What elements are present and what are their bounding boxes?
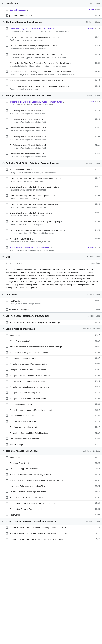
- section-header-introduction[interactable]: Introduction 2 lectures • 2min: [0, 0, 102, 7]
- lecture-item-8-10[interactable]: Final Words 01:08: [0, 512, 102, 518]
- lecture-item-7-19[interactable]: Your Next Steps 03:27: [0, 442, 102, 447]
- section-header-next-steps[interactable]: Your Next Steps - Upgrade Your Knowledge…: [0, 312, 102, 320]
- lecture-item-7-2[interactable]: 3 Real-World Steps to Implement the Valu…: [0, 344, 102, 350]
- section-header-right-mindset[interactable]: The Right Mindset is the Key to Your Suc…: [0, 92, 102, 99]
- lecture-item-8-0[interactable]: Introduction 02:22: [0, 455, 102, 460]
- lecture-item-0-0[interactable]: Course Introduction▲ Preview01:24: [0, 7, 102, 13]
- play-icon: [6, 502, 8, 504]
- lecture-item-3-7[interactable]: Taking Advantage of the Dollar-Cost Aver…: [0, 228, 102, 236]
- lecture-right-7-8: 01:48: [95, 380, 100, 382]
- lecture-title-row-7-7: Principle 3: Seek Out Businesses with Lo…: [10, 374, 100, 377]
- lecture-item-7-4[interactable]: Understanding Margin of Safety 02:07: [0, 356, 102, 361]
- section-right-mindset: The Right Mindset is the Key to Your Suc…: [0, 92, 102, 160]
- lecture-item-2-6[interactable]: The Winning Investor Mindset - Belief No…: [0, 151, 102, 160]
- lecture-item-7-3[interactable]: Price Is What You Pay, Value Is What You…: [0, 350, 102, 356]
- lecture-item-7-11[interactable]: Principle 7: Know When to Sell Your Stoc…: [0, 396, 102, 402]
- section-header-conclusion[interactable]: Conclusion 2 lectures • 1min: [0, 291, 102, 298]
- lecture-subtitle-3-0: What you need to know before making your…: [10, 172, 100, 174]
- section-header-quiz[interactable]: Quiz 0 lectures • 0min: [0, 254, 102, 260]
- section-title-introduction: Introduction: [6, 2, 18, 5]
- lecture-item-1-4[interactable]: What Makes the Stock Price Fluctuate - E…: [0, 60, 102, 69]
- lecture-content-7-7: Principle 3: Seek Out Businesses with Lo…: [10, 374, 100, 377]
- lecture-item-7-13[interactable]: Why a Company's Economic Moat is So Impo…: [0, 407, 102, 413]
- lecture-item-5-0[interactable]: Final Words▲ 05:05 Thank you so much for…: [0, 298, 102, 307]
- lecture-item-5-1[interactable]: Express Your Thoughts! 1 page: [0, 307, 102, 312]
- lecture-item-7-15[interactable]: The Benefits of the Network Effect 02:20: [0, 419, 102, 424]
- lecture-item-7-6[interactable]: Principle 2: Invest in a Cash-Rich Busin…: [0, 367, 102, 373]
- lecture-title-row-8-5: How to Use Relative Strength Index (RSI)…: [10, 485, 100, 488]
- preview-link-1-0[interactable]: Preview: [88, 27, 94, 30]
- lecture-item-1-7[interactable]: Fundamental Analysis or Technical Analys…: [0, 84, 102, 92]
- lecture-item-7-9[interactable]: Principle 5: Avoiding Losses is the Firs…: [0, 384, 102, 390]
- lecture-item-3-3[interactable]: Crucial Stock Picking Rule No.3 - Earnin…: [0, 193, 102, 202]
- lecture-item-3-9[interactable]: How to Build Your Low-Risk Investment Po…: [0, 245, 102, 253]
- lecture-item-1-5[interactable]: For International Investors - Why Should…: [0, 69, 102, 78]
- lecture-item-3-1[interactable]: Crucial Stock Picking Rule No.1 - Price …: [0, 176, 102, 184]
- lecture-right-7-17: 02:19: [95, 432, 100, 434]
- lecture-item-7-0[interactable]: Introduction 01:47: [0, 332, 102, 338]
- lecture-duration-2-1: 02:16: [95, 109, 100, 112]
- lecture-item-1-2[interactable]: How Do I Actually Make Money Owning Stoc…: [0, 43, 102, 52]
- preview-link-0-0[interactable]: Preview: [88, 9, 94, 11]
- preview-link-2-0[interactable]: Preview: [88, 100, 94, 103]
- lecture-item-8-2[interactable]: How to Use Support & Resistance 10:43: [0, 466, 102, 472]
- lecture-item-3-4[interactable]: Crucial Stock Picking Rule No.4 - Price-…: [0, 202, 102, 210]
- lecture-item-7-16[interactable]: The Possession of Unique Assets 02:42: [0, 424, 102, 430]
- lecture-item-7-5[interactable]: Principle 1: Understand What You Are Doi…: [0, 361, 102, 367]
- lecture-right-3-1: 02:12: [95, 177, 100, 180]
- lecture-item-3-0[interactable]: What You Need to Know▲ 02:31 What you ne…: [0, 167, 102, 176]
- quiz-title-row[interactable]: ✎ Practice Test ▲ 10 questions: [0, 260, 102, 266]
- lecture-item-1-1[interactable]: How Do I Actually Make Money Owning Stoc…: [0, 34, 102, 43]
- lecture-item-3-6[interactable]: Crucial Stock Picking Rule No.6 - Debt R…: [0, 219, 102, 228]
- lecture-item-8-1[interactable]: Reading a Stock Chart 09:38: [0, 460, 102, 466]
- lecture-item-9-2[interactable]: Session 3: How to Easily Boost Your Retu…: [0, 536, 102, 542]
- lecture-item-8-4[interactable]: How to Use Moving Average Convergence Di…: [0, 478, 102, 484]
- lecture-item-8-7[interactable]: Reversal Patterns: Head and Shoulders 05…: [0, 495, 102, 500]
- lecture-item-2-2[interactable]: The Winning Investor Mindset - Belief No…: [0, 116, 102, 125]
- lecture-item-2-1[interactable]: The Winning Investor Mindset - Belief No…: [0, 108, 102, 116]
- lecture-item-7-8[interactable]: Principle 4: Rely on High-Quality Manage…: [0, 378, 102, 384]
- lecture-item-9-1[interactable]: Session 2: How to Instantly Build 4 New …: [0, 531, 102, 536]
- lecture-item-8-3[interactable]: How to Use Exponential Moving Averages (…: [0, 472, 102, 478]
- section-header-technical-analysis[interactable]: Technical Analysis Fundamentals 11 lectu…: [0, 448, 102, 455]
- lecture-item-2-3[interactable]: The Winning Investor Mindset - Belief No…: [0, 125, 102, 134]
- lecture-item-3-8[interactable]: When to Sell Your Stocks▲ 04:00 Understa…: [0, 236, 102, 245]
- play-icon: [6, 432, 8, 434]
- lecture-item-7-14[interactable]: The Advantage of Lower Cost 03:58: [0, 413, 102, 419]
- lecture-item-8-9[interactable]: Continuation Patterns: Cup and Handle 03…: [0, 506, 102, 512]
- lecture-item-7-12[interactable]: What is an Economic Moat? 02:39: [0, 402, 102, 407]
- lecture-item-2-0[interactable]: Investing in the Eve of the Legendary In…: [0, 99, 102, 108]
- lecture-item-8-5[interactable]: How to Use Relative Strength Index (RSI)…: [0, 484, 102, 489]
- lecture-item-2-5[interactable]: The Winning Investor Mindset - Belief No…: [0, 142, 102, 151]
- section-chevron-crash-course: [2, 21, 4, 24]
- lecture-item-8-6[interactable]: Reversal Patterns: Double Tops and Botto…: [0, 489, 102, 495]
- lecture-item-7-18[interactable]: The Advantage of the Greater Size 03:24: [0, 436, 102, 442]
- section-header-crash-course[interactable]: The Crash Course on Stock Investing 8 le…: [0, 19, 102, 26]
- lecture-item-7-10[interactable]: Principle 6: Invest for the Long-Term 02…: [0, 390, 102, 396]
- section-header-free-training[interactable]: 3 FREE Training Sessions For Passionate …: [0, 518, 102, 525]
- lecture-content-7-1: What is Value Investing? 05:19: [10, 340, 100, 342]
- section-header-profitable-criteria[interactable]: Profitable Stock Picking Criteria for Be…: [0, 160, 102, 167]
- lecture-item-2-4[interactable]: The Winning Investor Mindset - Belief No…: [0, 134, 102, 142]
- lecture-item-1-3[interactable]: Common Share vs Preferred Share - What's…: [0, 52, 102, 60]
- lecture-duration-3-8: 04:00: [95, 238, 100, 240]
- lecture-item-3-5[interactable]: Crucial Stock Picking Rule No.5 - Divide…: [0, 210, 102, 219]
- preview-link-3-9[interactable]: Preview: [88, 246, 94, 249]
- lecture-title-8-1: Reading a Stock Chart: [10, 462, 29, 464]
- lecture-right-7-10: 02:14: [95, 392, 100, 394]
- lecture-item-3-2[interactable]: Crucial Stock Picking Rule No.2 - Return…: [0, 184, 102, 193]
- lecture-title-3-0: What You Need to Know▲: [10, 168, 32, 171]
- lecture-item-1-0[interactable]: Most Common Question - What is a Share o…: [0, 26, 102, 34]
- lecture-right-1-0: Preview03:25: [88, 27, 100, 30]
- lecture-item-6-0[interactable]: Bonus Lecture: Your Next Steps - Upgrade…: [0, 320, 102, 325]
- lecture-item-9-0[interactable]: Session 1: How to Easily Grow Your Incom…: [0, 525, 102, 531]
- lecture-item-8-8[interactable]: Continuation Patterns: Triangles, Flags …: [0, 500, 102, 506]
- lecture-right-7-7: 03:50: [95, 374, 100, 377]
- lecture-item-7-17[interactable]: The Ability to Command High Switching Co…: [0, 430, 102, 436]
- lecture-item-0-1[interactable]: [Important] Before we start! 00:19: [0, 13, 102, 18]
- lecture-item-1-6[interactable]: How to Know about Fundamental Analysis &…: [0, 78, 102, 83]
- lecture-title-row-7-6: Principle 2: Invest in a Cash-Rich Busin…: [10, 368, 100, 371]
- lecture-item-7-7[interactable]: Principle 3: Seek Out Businesses with Lo…: [0, 373, 102, 378]
- lecture-item-7-1[interactable]: What is Value Investing? 05:19: [0, 338, 102, 344]
- section-header-value-investing[interactable]: Value Investing Fundamentals 20 lectures…: [0, 326, 102, 333]
